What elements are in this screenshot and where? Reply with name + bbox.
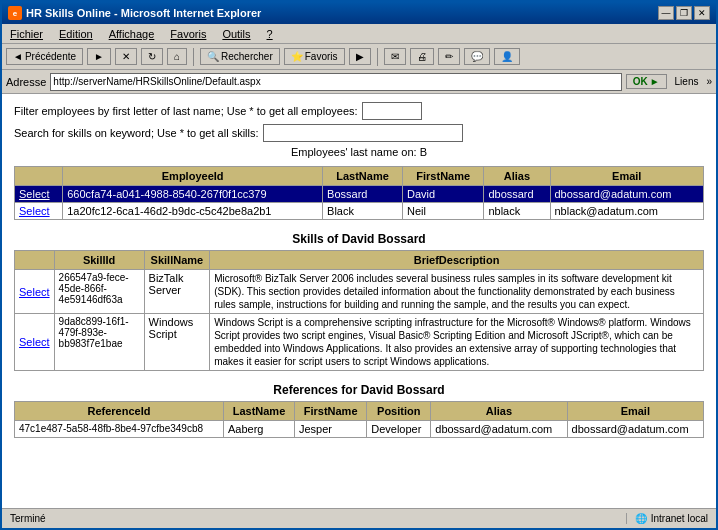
title-bar-text: e HR Skills Online - Microsoft Internet … (8, 6, 261, 20)
menu-outils[interactable]: Outils (218, 27, 254, 41)
ref-position-header: Position (367, 402, 431, 421)
ref-lastname-cell: Aaberg (223, 421, 294, 438)
menu-edition[interactable]: Edition (55, 27, 97, 41)
window-title: HR Skills Online - Microsoft Internet Ex… (26, 7, 261, 19)
chevron-right-icon: » (706, 76, 712, 87)
select-cell[interactable]: Select (15, 186, 63, 203)
skills-title: Skills of David Bossard (14, 232, 704, 246)
ref-lastname-header: LastName (223, 402, 294, 421)
skill-select-cell[interactable]: Select (15, 270, 55, 314)
address-input[interactable] (50, 73, 621, 91)
edit-button[interactable]: ✏ (438, 48, 460, 65)
employee-lastname-cell: Bossard (323, 186, 403, 203)
select-link[interactable]: Select (19, 188, 50, 200)
address-bar: Adresse OK ► Liens » (2, 70, 716, 94)
ref-email-header: Email (567, 402, 703, 421)
filter-label-1: Filter employees by first letter of last… (14, 105, 358, 117)
ref-firstname-header: FirstName (294, 402, 366, 421)
links-button[interactable]: Liens (671, 75, 703, 88)
references-header-row: ReferenceId LastName FirstName Position … (15, 402, 704, 421)
menu-favoris[interactable]: Favoris (166, 27, 210, 41)
refresh-button[interactable]: ↻ (141, 48, 163, 65)
zone-text: Intranet local (651, 513, 708, 524)
employee-firstname-cell: David (403, 186, 484, 203)
skills-name-header: SkillName (144, 251, 210, 270)
discuss-button[interactable]: 💬 (464, 48, 490, 65)
skill-select-cell[interactable]: Select (15, 314, 55, 371)
ref-firstname-cell: Jesper (294, 421, 366, 438)
filter-row-2: Search for skills on keyword; Use * to g… (14, 124, 704, 142)
go-button[interactable]: OK ► (626, 74, 667, 89)
filter-input-letter[interactable] (362, 102, 422, 120)
menu-affichage[interactable]: Affichage (105, 27, 159, 41)
separator2 (377, 48, 378, 66)
col-select-header (15, 167, 63, 186)
employee-row: Select 1a20fc12-6ca1-46d2-b9dc-c5c42be8a… (15, 203, 704, 220)
employee-email-cell: nblack@adatum.com (550, 203, 704, 220)
employee-lastname-cell: Black (323, 203, 403, 220)
references-table: ReferenceId LastName FirstName Position … (14, 401, 704, 438)
forward-button[interactable]: ► (87, 48, 111, 65)
minimize-button[interactable]: — (658, 6, 674, 20)
skill-row: Select 9da8c899-16f1-479f-893e-bb983f7e1… (15, 314, 704, 371)
ref-email-cell: dbossard@adatum.com (567, 421, 703, 438)
filter-section: Filter employees by first letter of last… (14, 102, 704, 158)
separator (193, 48, 194, 66)
ref-id-cell: 47c1e487-5a58-48fb-8be4-97cfbe349cb8 (15, 421, 224, 438)
ref-position-cell: Developer (367, 421, 431, 438)
col-alias-header: Alias (484, 167, 550, 186)
stop-button[interactable]: ✕ (115, 48, 137, 65)
title-bar: e HR Skills Online - Microsoft Internet … (2, 2, 716, 24)
app-icon: e (8, 6, 22, 20)
skill-desc-cell: Windows Script is a comprehensive script… (210, 314, 704, 371)
col-lastname-header: LastName (323, 167, 403, 186)
col-employeeid-header: EmployeeId (63, 167, 323, 186)
employee-id-cell: 660cfa74-a041-4988-8540-267f0f1cc379 (63, 186, 323, 203)
skill-select-link[interactable]: Select (19, 336, 50, 348)
menu-bar: Fichier Edition Affichage Favoris Outils… (2, 24, 716, 44)
skills-table: SkillId SkillName BriefDescription Selec… (14, 250, 704, 371)
restore-button[interactable]: ❐ (676, 6, 692, 20)
print-button[interactable]: 🖨 (410, 48, 434, 65)
search-button[interactable]: 🔍 Rechercher (200, 48, 280, 65)
skills-desc-header: BriefDescription (210, 251, 704, 270)
status-bar: Terminé 🌐 Intranet local (2, 508, 716, 528)
employees-header-row: EmployeeId LastName FirstName Alias Emai… (15, 167, 704, 186)
filter-label-2: Search for skills on keyword; Use * to g… (14, 127, 259, 139)
filter-row-1: Filter employees by first letter of last… (14, 102, 704, 120)
employee-id-cell: 1a20fc12-6ca1-46d2-b9dc-c5c42be8a2b1 (63, 203, 323, 220)
menu-fichier[interactable]: Fichier (6, 27, 47, 41)
mail-button[interactable]: ✉ (384, 48, 406, 65)
skill-name-cell: BizTalk Server (144, 270, 210, 314)
content-area: Filter employees by first letter of last… (2, 94, 716, 508)
filter-input-skill[interactable] (263, 124, 463, 142)
skill-select-link[interactable]: Select (19, 286, 50, 298)
skills-select-header (15, 251, 55, 270)
address-label: Adresse (6, 76, 46, 88)
messenger-button[interactable]: 👤 (494, 48, 520, 65)
ref-id-header: ReferenceId (15, 402, 224, 421)
references-table-container: ReferenceId LastName FirstName Position … (14, 401, 704, 438)
main-window: e HR Skills Online - Microsoft Internet … (0, 0, 718, 530)
col-email-header: Email (550, 167, 704, 186)
ref-alias-header: Alias (431, 402, 567, 421)
favorites-button[interactable]: ⭐ Favoris (284, 48, 345, 65)
col-firstname-header: FirstName (403, 167, 484, 186)
select-cell[interactable]: Select (15, 203, 63, 220)
skills-table-container: SkillId SkillName BriefDescription Selec… (14, 250, 704, 371)
menu-help[interactable]: ? (263, 27, 277, 41)
close-button[interactable]: ✕ (694, 6, 710, 20)
employee-email-cell: dbossard@adatum.com (550, 186, 704, 203)
media-button[interactable]: ▶ (349, 48, 371, 65)
employees-table: EmployeeId LastName FirstName Alias Emai… (14, 166, 704, 220)
skill-id-cell: 9da8c899-16f1-479f-893e-bb983f7e1bae (54, 314, 144, 371)
status-right: 🌐 Intranet local (626, 513, 708, 524)
skill-name-cell: Windows Script (144, 314, 210, 371)
home-button[interactable]: ⌂ (167, 48, 187, 65)
back-button[interactable]: ◄ Précédente (6, 48, 83, 65)
employee-alias-cell: nblack (484, 203, 550, 220)
status-text: Terminé (10, 513, 46, 524)
select-link[interactable]: Select (19, 205, 50, 217)
table-note: Employees' last name on: B (14, 146, 704, 158)
toolbar: ◄ Précédente ► ✕ ↻ ⌂ 🔍 Rechercher ⭐ Favo… (2, 44, 716, 70)
